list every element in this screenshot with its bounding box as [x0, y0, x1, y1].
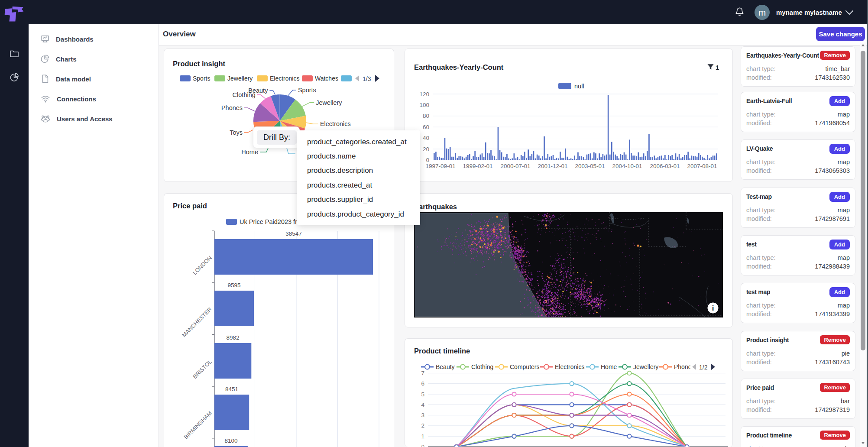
svg-text:Electronics: Electronics	[270, 75, 299, 82]
svg-text:8100: 8100	[224, 437, 237, 444]
svg-text:80: 80	[423, 113, 429, 119]
svg-text:60: 60	[423, 124, 429, 130]
svg-text:Home: Home	[601, 363, 617, 370]
svg-text:1997-09-01: 1997-09-01	[425, 163, 455, 169]
svg-text:4: 4	[421, 402, 424, 408]
svg-text:2000-07-01: 2000-07-01	[500, 163, 530, 169]
svg-text:Earthquakes-Yearly-Count: Earthquakes-Yearly-Count	[414, 63, 504, 71]
svg-text:Electronics: Electronics	[320, 120, 351, 127]
svg-text:2: 2	[421, 422, 424, 429]
svg-text:38547: 38547	[285, 230, 302, 237]
svg-text:Clothing: Clothing	[471, 363, 493, 370]
svg-text:Jewellery: Jewellery	[227, 75, 253, 82]
svg-text:6: 6	[421, 380, 424, 387]
svg-text:BIRMINGHAM: BIRMINGHAM	[183, 410, 213, 440]
svg-text:9595: 9595	[228, 282, 241, 288]
svg-text:8451: 8451	[225, 386, 238, 392]
svg-text:7: 7	[421, 370, 424, 376]
svg-text:Jewellery: Jewellery	[633, 363, 658, 370]
svg-text:Phones: Phones	[221, 104, 243, 111]
svg-text:100: 100	[419, 102, 429, 108]
svg-text:2003-05-01: 2003-05-01	[575, 163, 605, 169]
svg-text:Product timeline: Product timeline	[414, 347, 470, 355]
svg-text:Electronics: Electronics	[555, 363, 584, 370]
svg-text:1/2: 1/2	[699, 364, 708, 371]
svg-text:BRISTOL: BRISTOL	[191, 358, 213, 380]
svg-text:1: 1	[421, 433, 424, 440]
svg-text:LONDON: LONDON	[191, 254, 213, 276]
svg-text:Sports: Sports	[298, 87, 316, 94]
svg-text:i: i	[712, 304, 714, 312]
svg-text:Product insight: Product insight	[173, 60, 226, 68]
svg-text:Beauty: Beauty	[436, 363, 455, 370]
svg-text:2004-10-01: 2004-10-01	[612, 163, 642, 169]
svg-text:20: 20	[423, 146, 429, 152]
svg-text:MANCHESTER: MANCHESTER	[181, 306, 213, 338]
svg-text:2006-03-01: 2006-03-01	[650, 163, 680, 169]
svg-text:120: 120	[419, 91, 429, 97]
svg-text:1/3: 1/3	[363, 75, 371, 82]
svg-text:Earthquakes: Earthquakes	[414, 203, 457, 211]
svg-text:Home: Home	[241, 149, 258, 155]
svg-text:Price paid: Price paid	[173, 202, 207, 210]
svg-text:Clothing: Clothing	[233, 91, 256, 98]
svg-text:Jewellery: Jewellery	[316, 99, 342, 106]
svg-text:0: 0	[421, 444, 424, 447]
svg-text:Sports: Sports	[193, 75, 210, 82]
svg-text:2001-12-01: 2001-12-01	[538, 163, 567, 169]
svg-text:Computers: Computers	[510, 363, 539, 370]
svg-text:2007-08-01: 2007-08-01	[687, 163, 717, 169]
svg-text:1999-02-01: 1999-02-01	[463, 163, 492, 169]
svg-text:3: 3	[421, 412, 424, 418]
svg-text:Phones: Phones	[674, 363, 694, 370]
svg-text:8982: 8982	[227, 334, 240, 341]
svg-text:0: 0	[426, 157, 429, 163]
svg-text:40: 40	[423, 135, 429, 141]
svg-text:1: 1	[716, 64, 719, 71]
svg-text:null: null	[574, 83, 584, 90]
svg-text:Watches: Watches	[315, 75, 338, 82]
svg-text:5: 5	[421, 391, 424, 398]
svg-text:Toys: Toys	[230, 129, 243, 136]
